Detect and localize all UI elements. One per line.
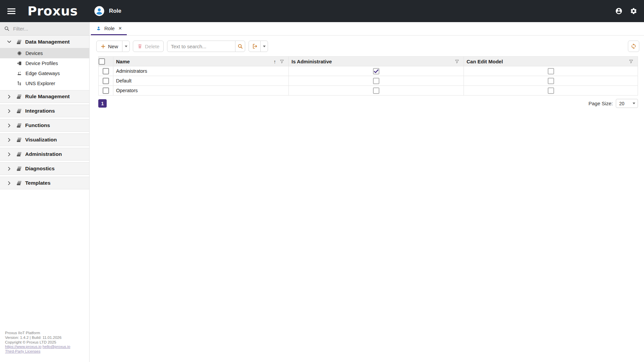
chevron-down-icon — [7, 39, 12, 44]
chevron-down-icon — [633, 103, 635, 104]
sidebar-section-rule-management[interactable]: Rule Management — [0, 90, 89, 103]
row-select-checkbox[interactable] — [103, 87, 109, 94]
sidebar-item-uns-explorer[interactable]: UNS Explorer — [0, 78, 89, 88]
chevron-right-icon — [7, 109, 12, 114]
app-logo: Proxus — [28, 4, 78, 18]
app-footer: Proxus IIoT Platform Version: 1.4.2 | Bu… — [5, 331, 70, 354]
grid-search-input[interactable] — [167, 41, 235, 52]
footer-licenses-link[interactable]: Third-Party Licenses — [5, 349, 40, 353]
can-edit-model-checkbox[interactable] — [548, 68, 554, 74]
sidebar-section-visualization[interactable]: Visualization — [0, 133, 89, 146]
export-button[interactable] — [249, 41, 261, 52]
sidebar-item-device-profiles[interactable]: Device Profiles — [0, 58, 89, 68]
sidebar-section-diagnostics[interactable]: Diagnostics — [0, 162, 89, 175]
gear-icon[interactable] — [630, 7, 637, 15]
is-administrative-checkbox[interactable] — [373, 68, 379, 74]
plus-icon — [101, 44, 106, 49]
table-header-row: Name↑Is AdministrativeCan Edit Model — [99, 57, 638, 66]
sidebar-section-integrations[interactable]: Integrations — [0, 105, 89, 117]
sidebar-section-templates[interactable]: Templates — [0, 177, 89, 189]
trash-icon — [137, 44, 143, 49]
chevron-right-icon — [7, 123, 12, 128]
layers-icon — [16, 108, 22, 114]
footer-product: Proxus IIoT Platform — [5, 331, 70, 336]
menu-icon[interactable] — [7, 8, 15, 14]
tab-role[interactable]: Role ✕ — [91, 22, 127, 35]
export-icon — [252, 43, 258, 49]
layers-icon — [16, 137, 22, 143]
chevron-right-icon — [7, 137, 12, 142]
filter-funnel-icon[interactable] — [279, 59, 284, 64]
layers-icon — [16, 180, 22, 186]
delete-button[interactable]: Delete — [133, 41, 164, 52]
chevron-right-icon — [7, 94, 12, 99]
sidebar-section-functions[interactable]: Functions — [0, 119, 89, 132]
can-edit-model-checkbox[interactable] — [548, 78, 554, 84]
layers-icon — [16, 166, 22, 172]
page-size-label: Page Size: — [588, 101, 613, 106]
footer-email-link[interactable]: hello@proxus.io — [43, 345, 70, 349]
select-all-checkbox[interactable] — [99, 58, 105, 65]
close-icon[interactable]: ✕ — [118, 26, 122, 31]
page-size-select[interactable]: 20 — [616, 99, 638, 108]
tab-bar: Role ✕ — [90, 22, 644, 36]
layers-icon — [16, 39, 22, 45]
sidebar-nav: Data Management Devices Device Profiles … — [0, 36, 89, 189]
toolbar: New Delete — [96, 41, 639, 52]
role-person-icon — [96, 25, 102, 31]
app-window: Proxus Role Data Management Devices — [0, 0, 644, 362]
pagination-bar: 1 Page Size: 20 — [98, 99, 638, 108]
row-select-checkbox[interactable] — [103, 68, 109, 74]
sidebar-section-administration[interactable]: Administration — [0, 148, 89, 161]
column-header-is-administrative[interactable]: Is Administrative — [289, 57, 464, 66]
filter-funnel-icon[interactable] — [454, 59, 460, 64]
sidebar-filter-input[interactable] — [13, 26, 73, 32]
account-circle-icon[interactable] — [615, 7, 623, 15]
role-name-cell: Default — [113, 76, 289, 86]
sort-ascending-icon: ↑ — [274, 59, 276, 64]
sidebar: Data Management Devices Device Profiles … — [0, 22, 90, 362]
select-all-header — [99, 57, 113, 66]
chevron-down-icon — [263, 46, 266, 47]
page-button-1[interactable]: 1 — [98, 99, 107, 108]
search-icon — [4, 26, 10, 32]
is-administrative-checkbox[interactable] — [373, 87, 379, 94]
table-row: Operators — [99, 86, 638, 96]
chip-icon — [17, 51, 22, 56]
chevron-right-icon — [7, 166, 12, 171]
tree-icon — [17, 81, 22, 86]
filter-funnel-icon[interactable] — [629, 59, 634, 64]
footer-website-link[interactable]: https://www.proxus.io — [5, 345, 42, 349]
table-row: Default — [99, 76, 638, 86]
page-title: Role — [109, 8, 121, 14]
main-content: Role ✕ New Delete — [90, 22, 644, 362]
topbar: Proxus Role — [0, 0, 644, 22]
chevron-right-icon — [7, 152, 12, 157]
refresh-icon — [631, 43, 637, 49]
page-badge: Role — [94, 6, 121, 16]
sidebar-item-edge-gateways[interactable]: Edge Gateways — [0, 68, 89, 78]
column-header-name[interactable]: Name↑ — [113, 57, 289, 66]
column-header-can-edit-model[interactable]: Can Edit Model — [464, 57, 638, 66]
new-button[interactable]: New — [96, 41, 122, 52]
gateway-icon — [17, 71, 22, 76]
is-administrative-checkbox[interactable] — [373, 78, 379, 84]
layers-icon — [16, 122, 22, 128]
search-button[interactable] — [235, 41, 245, 52]
layers-icon — [16, 94, 22, 100]
export-dropdown-button[interactable] — [260, 41, 268, 52]
footer-version: Version: 1.4.2 | Build: 11.01.2026 — [5, 336, 70, 340]
row-select-checkbox[interactable] — [103, 78, 109, 84]
footer-copyright: Copyright © Proxus LTD 2025 — [5, 340, 70, 345]
sidebar-section-data-management[interactable]: Data Management — [0, 36, 89, 48]
can-edit-model-checkbox[interactable] — [548, 87, 554, 94]
new-dropdown-button[interactable] — [122, 41, 130, 52]
role-name-cell: Administrators — [113, 66, 289, 76]
chevron-right-icon — [7, 181, 12, 186]
page-size-value: 20 — [616, 101, 633, 106]
refresh-button[interactable] — [628, 41, 639, 52]
table-row: Administrators — [99, 66, 638, 76]
role-person-icon — [94, 6, 105, 16]
role-name-cell: Operators — [113, 86, 289, 96]
sidebar-item-devices[interactable]: Devices — [0, 48, 89, 58]
